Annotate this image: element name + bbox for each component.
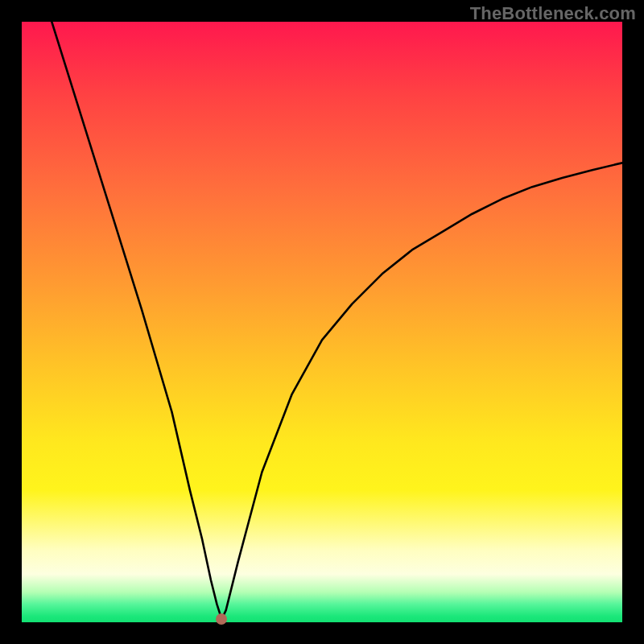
plot-area <box>22 22 622 622</box>
bottleneck-curve <box>52 22 622 619</box>
chart-frame: TheBottleneck.com <box>0 0 644 644</box>
curve-svg <box>22 22 622 622</box>
min-point-marker <box>216 613 227 625</box>
plot-gradient-bg <box>22 22 622 622</box>
